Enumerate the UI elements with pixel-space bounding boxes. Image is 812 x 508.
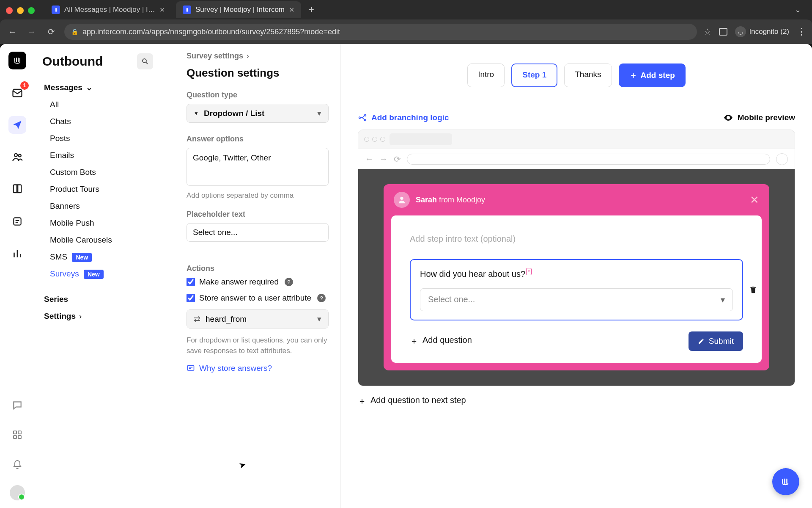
intro-text-input[interactable]: Add step intro text (optional) <box>410 234 743 244</box>
add-branching-logic[interactable]: Add branching logic <box>358 113 449 122</box>
mock-reload-icon: ⟳ <box>394 154 401 164</box>
sidebar-emails[interactable]: Emails <box>42 147 153 164</box>
add-question-button[interactable]: ＋ Add question <box>410 335 472 347</box>
messenger-launcher[interactable] <box>772 468 799 495</box>
chat-nav[interactable] <box>8 396 26 414</box>
operator-nav[interactable] <box>8 213 26 230</box>
answer-options-input[interactable] <box>187 148 329 186</box>
mock-back-icon: ← <box>365 154 373 164</box>
step-thanks[interactable]: Thanks <box>564 64 612 87</box>
breadcrumb[interactable]: Survey settings › <box>187 52 329 61</box>
browser-tab-1[interactable]: ⦀ Survey | Moodjoy | Intercom ✕ <box>176 1 301 18</box>
why-store-link[interactable]: Why store answers? <box>187 364 329 373</box>
close-tab-icon[interactable]: ✕ <box>159 6 165 14</box>
make-required-checkbox[interactable] <box>187 278 195 286</box>
contacts-nav[interactable] <box>8 148 26 166</box>
close-survey-icon[interactable]: ✕ <box>750 193 759 207</box>
placeholder-text-label: Placeholder text <box>187 210 329 219</box>
sidebar-messages[interactable]: Messages ⌄ <box>42 79 153 96</box>
close-window[interactable] <box>6 7 13 14</box>
submit-button[interactable]: Submit <box>689 331 743 351</box>
actions-label: Actions <box>187 264 329 273</box>
intercom-logo-icon[interactable] <box>8 52 26 69</box>
question-type-dropdown[interactable]: ▼ Dropdown / List ▾ <box>187 104 329 123</box>
sidebar-banners[interactable]: Banners <box>42 198 153 215</box>
new-badge: New <box>84 270 104 279</box>
make-required-row[interactable]: Make answer required ? <box>187 277 329 287</box>
sidebar-chats[interactable]: Chats <box>42 113 153 130</box>
step-1[interactable]: Step 1 <box>511 64 557 87</box>
sidebar-series[interactable]: Series <box>42 291 153 308</box>
kebab-menu-icon[interactable]: ⋮ <box>797 26 806 37</box>
main: Survey settings › Question settings Ques… <box>161 44 812 508</box>
plus-icon: ＋ <box>358 395 366 407</box>
caret-down-icon: ▾ <box>317 108 321 118</box>
sidebar-posts[interactable]: Posts <box>42 130 153 147</box>
inbox-nav[interactable]: 1 <box>8 84 26 102</box>
author-suffix: from Moodjoy <box>437 196 485 204</box>
forward-button[interactable]: → <box>25 27 38 37</box>
attribute-value: heard_from <box>206 315 247 324</box>
help-icon[interactable]: ? <box>285 278 293 286</box>
add-step-button[interactable]: ＋ Add step <box>619 64 686 87</box>
incognito-indicator[interactable]: ◡ Incognito (2) <box>735 26 790 37</box>
panel-icon[interactable] <box>719 28 727 36</box>
star-icon[interactable]: ☆ <box>704 27 711 37</box>
tab-overflow-icon[interactable]: ⌄ <box>790 5 806 14</box>
store-answer-checkbox[interactable] <box>187 294 195 302</box>
incognito-label: Incognito (2) <box>749 28 790 36</box>
canvas-toolbar: Add branching logic Mobile preview <box>358 113 795 123</box>
question-text[interactable]: How did you hear about us?* <box>420 268 733 279</box>
select-placeholder: Select one... <box>428 295 475 304</box>
survey-header: Sarah from Moodjoy ✕ <box>384 184 769 215</box>
question-text-value: How did you hear about us? <box>420 269 525 279</box>
add-question-next-step[interactable]: ＋ Add question to next step <box>358 395 795 407</box>
browser-tab-0[interactable]: ⦀ All Messages | Moodjoy | Interc ✕ <box>45 1 172 18</box>
back-button[interactable]: ← <box>6 27 19 37</box>
articles-nav[interactable] <box>8 180 26 198</box>
mock-page: Sarah from Moodjoy ✕ Add step intro text… <box>358 169 795 386</box>
branch-icon <box>358 113 367 122</box>
mobile-preview-toggle[interactable]: Mobile preview <box>723 113 795 123</box>
sidebar-custom-bots[interactable]: Custom Bots <box>42 164 153 181</box>
new-tab-button[interactable]: + <box>309 4 314 15</box>
question-answer-dropdown[interactable]: Select one... ▾ <box>420 288 733 311</box>
sidebar-sms[interactable]: SMS New <box>42 248 153 265</box>
required-mark: * <box>526 268 532 275</box>
incognito-icon: ◡ <box>735 26 746 37</box>
sidebar-product-tours[interactable]: Product Tours <box>42 181 153 198</box>
step-intro[interactable]: Intro <box>467 64 505 87</box>
chevron-right-icon: › <box>247 52 249 61</box>
search-button[interactable] <box>137 53 153 69</box>
sidebar-all[interactable]: All <box>42 96 153 113</box>
address-bar[interactable]: 🔒 app.intercom.com/a/apps/nnsgmgob/outbo… <box>64 24 697 40</box>
author-avatar <box>394 192 410 208</box>
minimize-window[interactable] <box>17 7 24 14</box>
series-label: Series <box>44 295 68 304</box>
maximize-window[interactable] <box>28 7 35 14</box>
breadcrumb-label: Survey settings <box>187 52 243 61</box>
preview-browser-mock: ← → ⟳ Sarah from Moodjoy <box>358 130 795 386</box>
chevron-right-icon: › <box>79 312 82 321</box>
mock-address-bar: ← → ⟳ <box>358 149 795 169</box>
sidebar-mobile-carousels[interactable]: Mobile Carousels <box>42 232 153 248</box>
reload-button[interactable]: ⟳ <box>45 27 58 37</box>
user-avatar[interactable] <box>10 485 25 500</box>
close-tab-icon[interactable]: ✕ <box>289 6 294 14</box>
outbound-nav[interactable] <box>8 116 26 134</box>
answer-options-hint: Add options separated by comma <box>187 191 329 200</box>
mock-dot <box>372 137 377 142</box>
sidebar-surveys[interactable]: Surveys New <box>42 265 153 282</box>
sidebar-settings[interactable]: Settings › <box>42 308 153 325</box>
notifications-nav[interactable] <box>8 456 26 473</box>
placeholder-text-input[interactable] <box>187 223 329 242</box>
sidebar-mobile-push[interactable]: Mobile Push <box>42 215 153 232</box>
reports-nav[interactable] <box>8 245 26 262</box>
store-answer-row[interactable]: Store answer to a user attribute ? <box>187 293 329 303</box>
apps-nav[interactable] <box>8 426 26 444</box>
question-box[interactable]: How did you hear about us?* Select one..… <box>410 259 743 320</box>
step-bar: Intro Step 1 Thanks ＋ Add step <box>358 64 795 87</box>
help-icon[interactable]: ? <box>317 294 326 302</box>
attribute-dropdown[interactable]: ⇄ heard_from ▾ <box>187 309 329 329</box>
delete-question-button[interactable] <box>749 285 757 294</box>
